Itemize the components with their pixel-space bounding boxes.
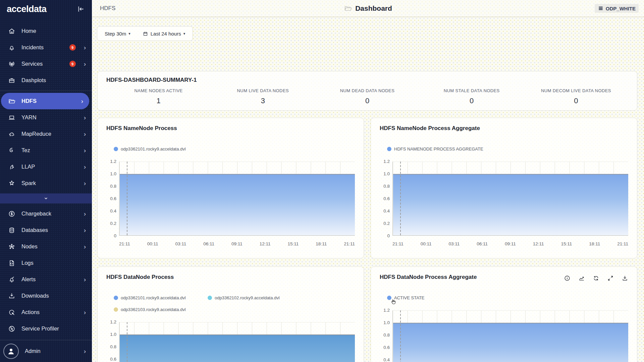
legend-dot xyxy=(387,296,391,300)
app-root: acceldata Home › Incidents 9 › xyxy=(0,0,644,362)
legend-item[interactable]: HDFS NAMENODE PROCESS AGGREGATE xyxy=(387,146,483,152)
tez-icon xyxy=(8,147,15,154)
sidebar-item[interactable]: Service Profiler › xyxy=(0,320,92,337)
sidebar: acceldata Home › Incidents 9 › xyxy=(0,0,92,362)
count-badge: 9 xyxy=(69,44,76,51)
folder-icon xyxy=(344,4,352,12)
chart-card-datanode-process: HDFS DataNode Process odp3362101.rocky9.… xyxy=(97,266,364,362)
actions-icon xyxy=(8,309,15,316)
metric-value: 0 xyxy=(524,97,628,105)
home-icon xyxy=(8,27,15,35)
area-series xyxy=(393,174,628,235)
sidebar-item[interactable]: Actions › xyxy=(0,304,92,320)
chevron-right-icon: › xyxy=(84,147,86,154)
sidebar-divider xyxy=(0,90,92,91)
sidebar-item[interactable]: Home › xyxy=(0,23,92,39)
summary-metric: NAME NODES ACTIVE 1 xyxy=(106,88,211,105)
legend-dot xyxy=(387,147,391,151)
info-icon[interactable] xyxy=(564,275,571,282)
time-range-dropdown[interactable]: Last 24 hours ▾ xyxy=(143,31,185,37)
chevron-right-icon: › xyxy=(84,131,86,137)
y-axis-labels: 1.21.00.80.60.40.20 xyxy=(106,159,119,238)
metric-value: 0 xyxy=(420,97,524,105)
chevron-right-icon: › xyxy=(84,210,86,217)
sidebar-item[interactable]: Alerts › xyxy=(0,271,92,288)
dashed-marker-line xyxy=(127,162,127,235)
top-header: HDFS Dashboard ODP_WHITE xyxy=(92,0,644,17)
caret-down-icon: ▾ xyxy=(183,32,185,36)
chevron-right-icon: › xyxy=(84,227,86,233)
chart-plot[interactable] xyxy=(119,162,355,236)
chevron-right-icon: › xyxy=(84,348,86,354)
legend-dot xyxy=(208,296,212,300)
y-axis-labels: 1.21.00.80.60.40.20 xyxy=(106,319,119,362)
sidebar-item[interactable]: Logs › xyxy=(0,255,92,271)
summary-title: HDFS-DASHBOARD-SUMMARY-1 xyxy=(106,77,628,83)
trend-icon[interactable] xyxy=(578,275,585,282)
llap-icon xyxy=(8,163,15,171)
count-badge: 9 xyxy=(69,61,76,67)
chart-card-datanode-aggregate: HDFS DataNode Process Aggregate ACTIVE S… xyxy=(371,266,637,362)
chart-plot[interactable] xyxy=(392,310,628,362)
chart-card-namenode-process: HDFS NameNode Process odp3362101.rocky9.… xyxy=(97,118,364,258)
calendar-icon xyxy=(143,31,148,37)
sidebar-item[interactable]: MapReduce › xyxy=(0,126,92,142)
x-axis-labels: 21:1100:1103:1106:1109:1112:1115:1118:11… xyxy=(119,241,355,246)
legend-item[interactable]: odp3362102.rocky9.acceldata.dvl xyxy=(208,295,280,300)
folder-open-icon xyxy=(8,98,15,105)
legend-item[interactable]: odp3362101.rocky9.acceldata.dvl xyxy=(114,146,186,152)
y-axis-labels: 1.21.00.80.60.40.20 xyxy=(380,159,392,238)
dashed-marker-line xyxy=(400,162,401,235)
workspace-selector[interactable]: ODP_WHITE xyxy=(595,4,639,13)
sidebar-item-admin[interactable]: Admin › xyxy=(0,340,92,362)
chart-plot[interactable] xyxy=(392,162,628,236)
breadcrumb[interactable]: HDFS xyxy=(100,5,115,12)
time-controls: Step 30m ▾ Last 24 hours ▾ xyxy=(97,26,193,41)
metric-label: NUM DECOM LIVE DATA NODES xyxy=(524,88,628,93)
sidebar-item[interactable]: Incidents 9 › xyxy=(0,39,92,56)
sidebar-collapse-icon[interactable] xyxy=(76,5,85,13)
refresh-icon[interactable] xyxy=(593,275,599,282)
spark-icon xyxy=(8,180,15,187)
caret-down-icon: ▾ xyxy=(128,32,130,36)
chart-plot[interactable] xyxy=(119,322,355,362)
summary-card: HDFS-DASHBOARD-SUMMARY-1 NAME NODES ACTI… xyxy=(97,71,637,111)
sidebar-header: acceldata xyxy=(0,0,92,18)
incidents-icon xyxy=(8,44,15,51)
mapreduce-icon xyxy=(8,130,15,138)
sidebar-item[interactable]: Downloads › xyxy=(0,288,92,304)
sidebar-expand-toggle[interactable] xyxy=(0,193,92,203)
sidebar-item[interactable]: Services 9 › xyxy=(0,56,92,72)
legend-item[interactable]: odp3362103.rocky9.acceldata.dvl xyxy=(114,307,186,312)
metric-label: NUM DEAD DATA NODES xyxy=(315,88,419,93)
services-icon xyxy=(8,60,15,68)
sidebar-item[interactable]: Dashplots › xyxy=(0,72,92,88)
sidebar-nav: Home › Incidents 9 › Services 9 › Dashpl… xyxy=(0,18,92,337)
sidebar-item[interactable]: Nodes › xyxy=(0,238,92,255)
service-profiler-icon xyxy=(8,325,15,333)
dashed-marker-line xyxy=(127,322,127,362)
sidebar-item[interactable]: YARN › xyxy=(0,109,92,126)
expand-icon[interactable] xyxy=(607,275,614,282)
step-dropdown[interactable]: Step 30m ▾ xyxy=(105,31,130,37)
chart-title: HDFS DataNode Process xyxy=(106,274,355,281)
legend-item[interactable]: odp3362101.rocky9.acceldata.dvl xyxy=(114,295,186,300)
sidebar-item[interactable]: Databases › xyxy=(0,222,92,238)
sidebar-item-hdfs[interactable]: HDFS › xyxy=(1,93,89,109)
sidebar-item[interactable]: LLAP › xyxy=(0,159,92,175)
legend-item[interactable]: ACTIVE STATE xyxy=(387,295,425,300)
databases-icon xyxy=(8,227,15,234)
metric-label: NUM STALE DATA NODES xyxy=(420,88,524,93)
yarn-icon xyxy=(8,114,15,121)
summary-metric: NUM STALE DATA NODES 0 xyxy=(420,88,524,105)
sidebar-item[interactable]: Chargeback › xyxy=(0,205,92,222)
chevron-right-icon: › xyxy=(84,243,86,250)
chevron-right-icon: › xyxy=(84,61,86,67)
sidebar-item[interactable]: Spark › xyxy=(0,175,92,191)
user-avatar-icon xyxy=(3,344,19,359)
area-series xyxy=(120,335,355,362)
y-axis-labels: 1.21.00.80.60.40.20 xyxy=(380,308,392,362)
download-icon[interactable] xyxy=(622,275,628,282)
sidebar-item[interactable]: Tez › xyxy=(0,142,92,159)
chart-title: HDFS NameNode Process xyxy=(106,125,355,132)
